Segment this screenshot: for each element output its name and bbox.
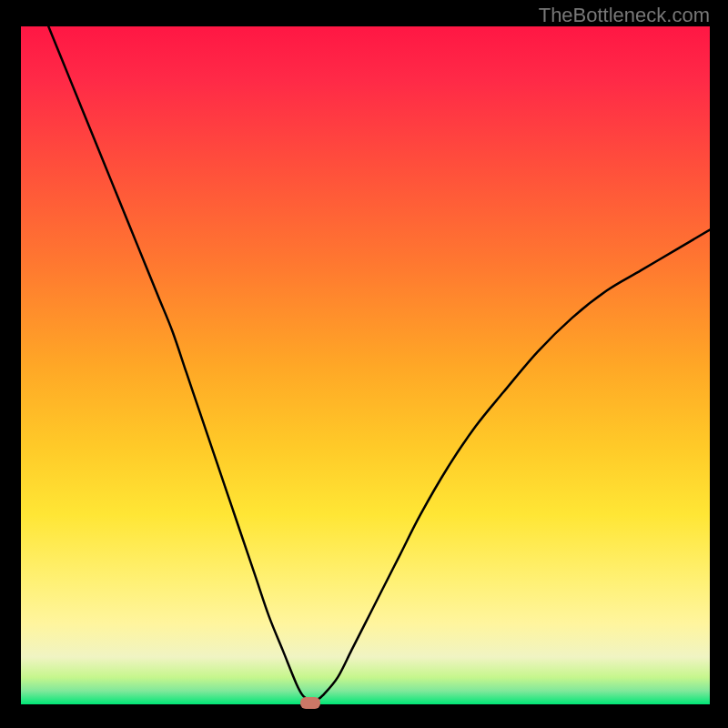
watermark-text: TheBottleneck.com	[539, 4, 710, 27]
bottleneck-curve	[48, 26, 710, 701]
chart-curve-svg	[21, 26, 710, 704]
chart-plot-area	[21, 26, 710, 704]
chart-minimum-marker	[300, 697, 320, 709]
